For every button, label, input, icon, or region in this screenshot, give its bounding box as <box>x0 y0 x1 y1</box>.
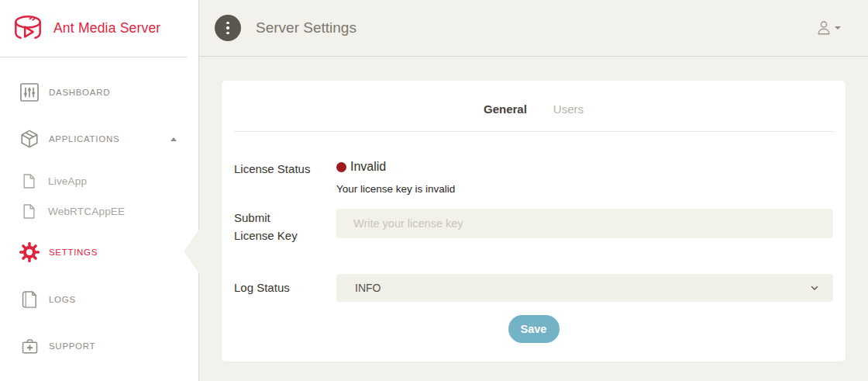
sidebar-item-applications[interactable]: APPLICATIONS <box>0 127 198 151</box>
sidebar-item-label: DASHBOARD <box>49 88 110 97</box>
sidebar-item-label: LOGS <box>49 295 76 304</box>
active-item-notch <box>184 229 199 274</box>
sidebar-nav: DASHBOARD APPLICATIONS LiveAp <box>0 57 198 358</box>
log-status-label: Log Status <box>234 281 312 295</box>
dashboard-icon <box>19 82 40 102</box>
log-status-field: INFO <box>336 274 833 302</box>
license-key-field <box>336 209 833 245</box>
sidebar-item-label: WebRTCAppEE <box>48 206 125 217</box>
license-status-description: Your license key is invalid <box>336 183 833 195</box>
chevron-down-icon <box>835 26 841 29</box>
tab-bar: General Users <box>234 81 833 132</box>
sidebar-divider <box>0 57 187 57</box>
file-icon <box>22 204 36 219</box>
main-pane: Server Settings General Users License St… <box>199 0 868 381</box>
license-status-row: License Status Invalid Your license key … <box>234 160 833 195</box>
license-status-value: Invalid <box>350 160 386 174</box>
logs-icon <box>19 290 40 310</box>
license-status-field: Invalid Your license key is invalid <box>336 160 833 195</box>
kebab-menu-icon[interactable] <box>215 15 241 41</box>
brand-name: Ant Media Server <box>53 20 160 36</box>
log-status-select[interactable]: INFO <box>336 274 833 302</box>
content-area: General Users License Status Invalid You… <box>199 57 868 381</box>
license-key-input[interactable] <box>336 209 833 238</box>
license-key-row: Submit License Key <box>234 209 833 245</box>
sidebar-item-label: APPLICATIONS <box>49 134 119 144</box>
file-icon <box>22 174 36 189</box>
sidebar-item-liveapp[interactable]: LiveApp <box>0 169 198 192</box>
sidebar-item-dashboard[interactable]: DASHBOARD <box>0 81 198 104</box>
sidebar-item-label: LiveApp <box>48 175 87 187</box>
user-menu[interactable] <box>815 19 841 36</box>
license-status-label: License Status <box>234 160 312 195</box>
sidebar-item-support[interactable]: SUPPORT <box>0 334 198 358</box>
settings-card: General Users License Status Invalid You… <box>222 81 846 362</box>
brand-logo[interactable]: Ant Media Server <box>0 0 198 57</box>
sidebar-item-logs[interactable]: LOGS <box>0 288 198 311</box>
log-status-row: Log Status INFO <box>234 274 833 302</box>
save-button[interactable]: Save <box>508 315 560 343</box>
tab-users[interactable]: Users <box>553 102 584 116</box>
support-icon <box>19 337 40 355</box>
applications-icon <box>19 129 40 149</box>
user-icon <box>815 19 832 36</box>
status-dot-icon <box>336 162 346 172</box>
sidebar-item-label: SUPPORT <box>49 341 95 351</box>
topbar: Server Settings <box>199 0 868 57</box>
license-key-label: Submit License Key <box>234 209 312 245</box>
save-row: Save <box>234 315 833 343</box>
settings-form: License Status Invalid Your license key … <box>222 160 846 343</box>
sidebar-item-label: SETTINGS <box>49 248 98 257</box>
license-status-line: Invalid <box>336 160 833 174</box>
gear-icon <box>19 241 40 263</box>
page-title: Server Settings <box>256 19 356 36</box>
sidebar-item-settings[interactable]: SETTINGS <box>0 241 198 264</box>
sidebar-item-webrtcappee[interactable]: WebRTCAppEE <box>0 199 198 223</box>
sidebar: Ant Media Server DASHBOARD <box>0 0 199 381</box>
collapse-up-icon[interactable] <box>170 137 177 141</box>
tab-general[interactable]: General <box>484 102 527 116</box>
ant-media-logo-icon <box>10 14 46 43</box>
